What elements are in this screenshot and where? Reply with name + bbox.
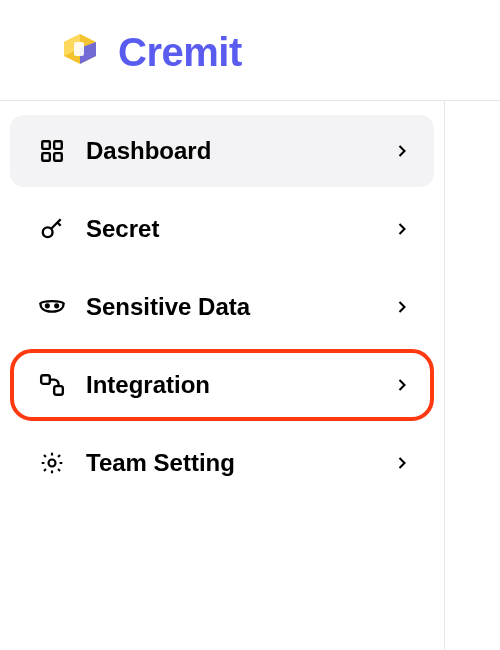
svg-point-10 [49, 460, 56, 467]
sidebar-item-label: Dashboard [86, 137, 372, 165]
integration-icon [38, 371, 66, 399]
sidebar-item-sensitive-data[interactable]: Sensitive Data [10, 271, 434, 343]
sidebar-item-team-setting[interactable]: Team Setting [10, 427, 434, 499]
sidebar-item-secret[interactable]: Secret [10, 193, 434, 265]
dashboard-icon [38, 137, 66, 165]
sidebar-item-label: Sensitive Data [86, 293, 372, 321]
sidebar-item-label: Integration [86, 371, 372, 399]
sidebar-item-dashboard[interactable]: Dashboard [10, 115, 434, 187]
svg-rect-3 [42, 153, 50, 161]
mask-icon [38, 293, 66, 321]
svg-point-6 [46, 304, 49, 307]
chevron-right-icon [392, 453, 412, 473]
svg-rect-9 [54, 386, 63, 395]
key-icon [38, 215, 66, 243]
sidebar-item-label: Team Setting [86, 449, 372, 477]
sidebar: Dashboard Secret [0, 101, 445, 650]
chevron-right-icon [392, 297, 412, 317]
chevron-right-icon [392, 219, 412, 239]
svg-rect-4 [54, 153, 62, 161]
logo-icon [56, 28, 104, 76]
svg-rect-0 [74, 42, 84, 56]
svg-point-7 [55, 304, 58, 307]
brand-name: Cremit [118, 30, 242, 75]
svg-rect-2 [54, 141, 62, 149]
chevron-right-icon [392, 141, 412, 161]
svg-rect-8 [41, 375, 50, 384]
sidebar-item-integration[interactable]: Integration [10, 349, 434, 421]
header: Cremit [0, 0, 500, 101]
settings-icon [38, 449, 66, 477]
svg-rect-1 [42, 141, 50, 149]
sidebar-item-label: Secret [86, 215, 372, 243]
chevron-right-icon [392, 375, 412, 395]
